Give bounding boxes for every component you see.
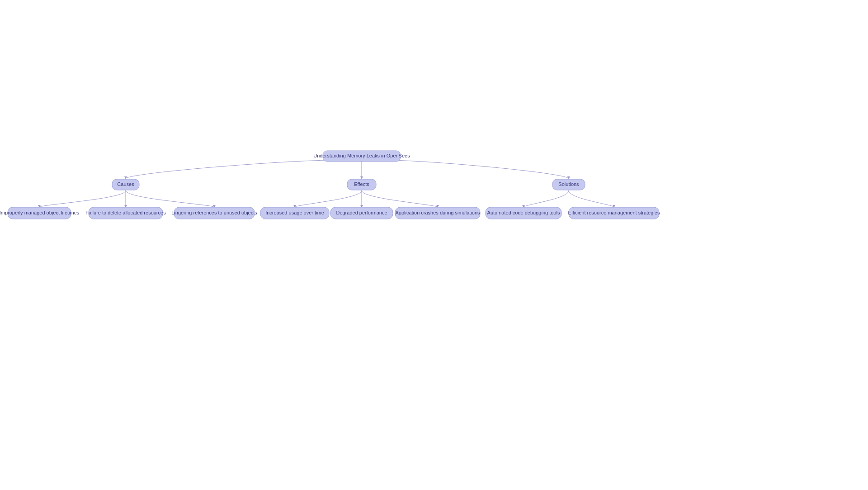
connector-root-solutions bbox=[362, 160, 569, 179]
connector-root-causes bbox=[126, 160, 362, 179]
causes-node-label: Causes bbox=[117, 181, 134, 187]
connector-causes-leaf1 bbox=[39, 190, 126, 207]
leaf-effects-2-label: Degraded performance bbox=[336, 210, 387, 215]
leaf-causes-2-label: Failure to delete allocated resources bbox=[85, 210, 166, 215]
leaf-effects-3-label: Application crashes during simulations bbox=[395, 210, 480, 215]
solutions-node-label: Solutions bbox=[558, 181, 579, 187]
mindmap-svg: Understanding Memory Leaks in OpenSees C… bbox=[0, 0, 868, 490]
connector-effects-leaf1 bbox=[295, 190, 362, 207]
connector-solutions-leaf1 bbox=[524, 190, 569, 207]
leaf-effects-1-label: Increased usage over time bbox=[265, 210, 324, 215]
leaf-causes-3-label: Lingering references to unused objects bbox=[171, 210, 257, 215]
connector-causes-leaf3 bbox=[126, 190, 214, 207]
effects-node-label: Effects bbox=[354, 181, 369, 187]
diagram-container: Understanding Memory Leaks in OpenSees C… bbox=[0, 0, 868, 490]
leaf-solutions-1-label: Automated code debugging tools bbox=[487, 210, 560, 215]
connector-effects-leaf3 bbox=[362, 190, 438, 207]
leaf-causes-1-label: Improperly managed object lifetimes bbox=[0, 210, 80, 215]
leaf-solutions-2-label: Efficient resource management strategies bbox=[568, 210, 660, 215]
root-node-label: Understanding Memory Leaks in OpenSees bbox=[313, 153, 410, 158]
connector-solutions-leaf2 bbox=[569, 190, 614, 207]
